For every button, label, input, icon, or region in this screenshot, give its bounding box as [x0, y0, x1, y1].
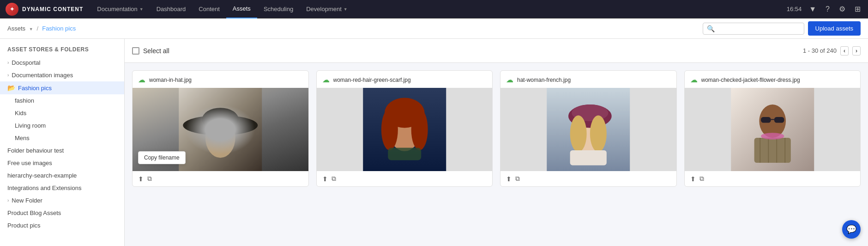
asset-image-3 — [685, 88, 861, 171]
svg-point-7 — [381, 109, 398, 150]
asset-card-1[interactable]: ☁ woman-red-hair-green-scarf.jpg — [316, 70, 493, 187]
asset-image-2 — [500, 88, 676, 171]
top-navigation: ✦ DYNAMIC CONTENT Documentation ▼ Dashbo… — [0, 0, 868, 18]
nav-development[interactable]: Development ▼ — [300, 0, 354, 18]
assets-toolbar: Select all 1 - 30 of 240 ‹ › — [125, 39, 868, 63]
upload-icon-2[interactable]: ⬆ — [506, 175, 512, 183]
copy-icon-3[interactable]: ⧉ — [699, 175, 704, 183]
asset-card-2[interactable]: ☁ hat-woman-french.jpg — [500, 70, 677, 187]
breadcrumb-current[interactable]: Fashion pics — [42, 25, 76, 32]
svg-point-1 — [183, 115, 258, 135]
sidebar-item-hierarchy-search[interactable]: hierarchy-search-example — [0, 169, 124, 182]
sidebar: Asset stores & folders › Docsportal › Do… — [0, 39, 125, 246]
asset-card-3[interactable]: ☁ woman-checked-jacket-fllower-dress.jpg — [684, 70, 861, 187]
asset-name-1: woman-red-hair-green-scarf.jpg — [333, 77, 411, 83]
asset-name-0: woman-in-hat.jpg — [149, 77, 192, 83]
chevron-down-icon: ▼ — [139, 7, 144, 12]
pagination: 1 - 30 of 240 ‹ › — [803, 46, 861, 55]
asset-card-footer-3: ⬆ ⧉ — [685, 171, 861, 186]
sidebar-item-fashion[interactable]: fashion — [0, 94, 124, 107]
cloud-icon: ☁ — [690, 75, 698, 84]
breadcrumb-assets[interactable]: Assets ▼ — [7, 25, 33, 32]
chevron-right-icon: › — [7, 73, 9, 78]
asset-card-header-2: ☁ hat-woman-french.jpg — [500, 71, 676, 88]
app-logo[interactable]: ✦ DYNAMIC CONTENT — [6, 3, 83, 16]
sidebar-item-integrations[interactable]: Integrations and Extensions — [0, 182, 124, 194]
chat-bubble[interactable]: 💬 — [842, 220, 861, 239]
upload-icon-3[interactable]: ⬆ — [690, 175, 696, 183]
sidebar-item-product-blog[interactable]: Product Blog Assets — [0, 207, 124, 219]
breadcrumb-dropdown-icon[interactable]: ▼ — [29, 27, 33, 31]
nav-assets[interactable]: Assets — [226, 0, 257, 18]
cloud-icon: ☁ — [506, 75, 513, 84]
svg-rect-20 — [774, 117, 784, 123]
svg-rect-9 — [388, 148, 421, 160]
sidebar-header: Asset stores & folders — [0, 43, 124, 56]
sidebar-item-living-room[interactable]: Living room — [0, 119, 124, 132]
nav-scheduling[interactable]: Scheduling — [257, 0, 300, 18]
select-all-control[interactable]: Select all — [132, 47, 169, 55]
previous-page-button[interactable]: ‹ — [840, 46, 849, 55]
app-name: DYNAMIC CONTENT — [22, 6, 83, 12]
sidebar-item-new-folder[interactable]: › New Folder — [0, 194, 124, 207]
asset-card-header-3: ☁ woman-checked-jacket-fllower-dress.jpg — [685, 71, 861, 88]
folder-open-icon: 📂 — [7, 84, 15, 92]
upload-assets-button[interactable]: Upload assets — [808, 21, 861, 36]
help-icon[interactable]: ? — [824, 3, 832, 15]
asset-card-header-0: ☁ woman-in-hat.jpg — [133, 71, 308, 88]
sidebar-item-mens[interactable]: Mens — [0, 132, 124, 144]
nav-documentation[interactable]: Documentation ▼ — [90, 0, 150, 18]
asset-card-footer-2: ⬆ ⧉ — [500, 171, 676, 186]
grid-icon[interactable]: ⊞ — [853, 3, 862, 15]
logo-icon: ✦ — [6, 3, 18, 16]
search-box[interactable]: 🔍 — [703, 23, 804, 35]
sidebar-item-product-pics[interactable]: Product pics — [0, 219, 124, 232]
asset-grid: ☁ woman-in-hat.jpg — [125, 63, 868, 194]
asset-card-header-1: ☁ woman-red-hair-green-scarf.jpg — [317, 71, 493, 88]
nav-content[interactable]: Content — [192, 0, 226, 18]
main-layout: Asset stores & folders › Docsportal › Do… — [0, 39, 868, 246]
pagination-text: 1 - 30 of 240 — [803, 47, 837, 54]
breadcrumb-right-actions: 🔍 Upload assets — [703, 21, 861, 36]
time-dropdown-icon[interactable]: ▼ — [807, 3, 818, 15]
copy-filename-popup-0: Copy filename — [138, 151, 186, 164]
asset-name-2: hat-woman-french.jpg — [517, 77, 571, 83]
svg-rect-19 — [761, 117, 771, 123]
upload-icon-0[interactable]: ⬆ — [138, 175, 144, 183]
svg-rect-0 — [179, 88, 262, 171]
topnav-right: 16:54 ▼ ? ⚙ ⊞ — [787, 3, 862, 15]
select-all-checkbox[interactable] — [132, 47, 139, 55]
sidebar-item-kids[interactable]: Kids — [0, 107, 124, 119]
content-area: Select all 1 - 30 of 240 ‹ › ☁ woman-in-… — [125, 39, 868, 246]
asset-card-0[interactable]: ☁ woman-in-hat.jpg — [132, 70, 309, 187]
cloud-icon: ☁ — [138, 75, 145, 84]
svg-point-14 — [570, 115, 587, 152]
search-input[interactable] — [717, 25, 800, 32]
chevron-down-icon: ▼ — [344, 7, 348, 12]
chevron-right-icon: › — [7, 198, 9, 203]
sidebar-item-folder-behaviour[interactable]: Folder behaviour test — [0, 144, 124, 157]
breadcrumb-bar: Assets ▼ / Fashion pics 🔍 Upload assets — [0, 18, 868, 39]
select-all-label: Select all — [143, 47, 169, 55]
asset-card-footer-1: ⬆ ⧉ — [317, 171, 493, 186]
svg-point-15 — [590, 115, 607, 152]
copy-icon-0[interactable]: ⧉ — [147, 175, 152, 183]
settings-icon[interactable]: ⚙ — [837, 3, 847, 15]
copy-icon-1[interactable]: ⧉ — [332, 175, 336, 183]
copy-icon-2[interactable]: ⧉ — [515, 175, 520, 183]
asset-card-footer-0: ⬆ ⧉ — [133, 171, 308, 186]
asset-image-1 — [317, 88, 493, 171]
cloud-icon: ☁ — [322, 75, 330, 84]
nav-dashboard[interactable]: Dashboard — [150, 0, 193, 18]
next-page-button[interactable]: › — [852, 46, 861, 55]
upload-icon-1[interactable]: ⬆ — [322, 175, 328, 183]
sidebar-item-docsportal[interactable]: › Docsportal — [0, 56, 124, 69]
sidebar-item-fashion-pics[interactable]: 📂 Fashion pics — [0, 81, 124, 94]
search-icon: 🔍 — [707, 25, 715, 32]
svg-point-8 — [411, 109, 428, 150]
sidebar-item-free-use[interactable]: Free use images — [0, 157, 124, 169]
clock-display: 16:54 — [787, 6, 802, 12]
sidebar-item-documentation-images[interactable]: › Documentation images — [0, 69, 124, 81]
breadcrumb-separator: / — [37, 25, 39, 32]
svg-point-27 — [761, 133, 784, 139]
